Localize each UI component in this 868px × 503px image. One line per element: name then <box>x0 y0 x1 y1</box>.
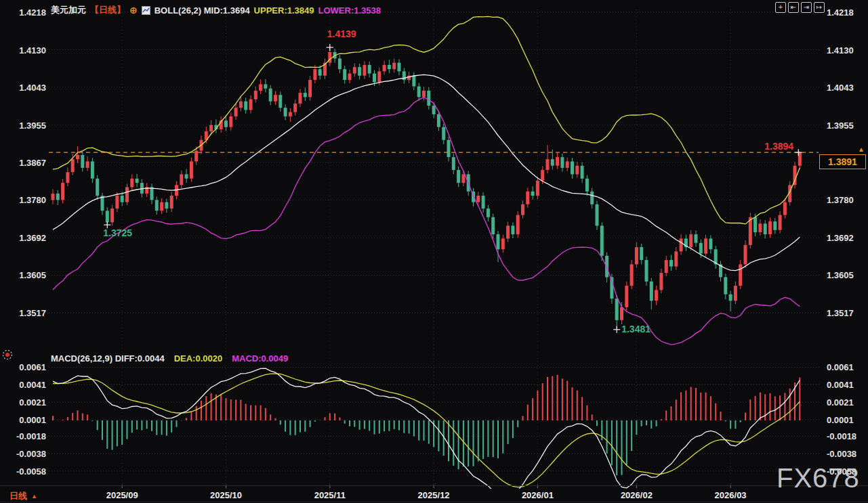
chevron-up-icon: ▲ <box>31 493 37 500</box>
macd-value-label: MACD:0.0049 <box>232 353 288 364</box>
date-label: 2025/10 <box>210 490 242 500</box>
scale-left-icon[interactable]: ⇤ <box>788 2 799 13</box>
date-label: 2026/02 <box>621 490 653 500</box>
chart-header: 美元加元 【日线】 ⊕ BOLL(26,2) MID:1.3694 UPPER:… <box>51 4 381 16</box>
symbol-name: 美元加元 <box>51 4 86 16</box>
interval-label: 【日线】 <box>90 4 125 16</box>
timeframe-selector[interactable]: 日线 ▲ <box>9 490 37 502</box>
scale-right-icon[interactable]: ⇥ <box>801 2 812 13</box>
live-indicator-icon <box>1 349 14 361</box>
macd-dea-label: DEA:0.0020 <box>174 353 223 364</box>
boll-lower-label: LOWER:1.3538 <box>318 5 381 16</box>
date-label: 2025/09 <box>106 490 138 500</box>
boll-mid-label: BOLL(26,2) MID:1.3694 <box>154 5 250 16</box>
crosshair-move-icon[interactable]: + <box>775 2 786 13</box>
peak-high-annotation: 1.4139 <box>327 28 356 39</box>
date-label: 2025/12 <box>418 490 450 500</box>
date-axis: 2025/092025/102025/112025/122026/012026/… <box>0 0 868 503</box>
last-price-value: 1.3891 <box>828 156 857 167</box>
trading-chart-app: 美元加元 【日线】 ⊕ BOLL(26,2) MID:1.3694 UPPER:… <box>0 0 868 503</box>
last-high-annotation: 1.3894 <box>764 141 793 152</box>
last-price-box: 1.3891 <box>819 154 866 169</box>
price-up-arrow-icon: ▲ <box>858 146 865 153</box>
chart-toolbar: +⇤⇥↦ <box>775 2 825 13</box>
detach-pane-icon[interactable]: ↦ <box>814 2 825 13</box>
boll-upper-label: UPPER:1.3849 <box>254 5 314 16</box>
add-indicator-icon[interactable]: ⊕ <box>129 5 138 16</box>
macd-header: MACD(26,12,9) DIFF:0.0044 DEA:0.0020 MAC… <box>51 353 288 364</box>
date-label: 2026/03 <box>715 490 747 500</box>
indicator-chart-icon <box>142 6 150 15</box>
date-label: 2026/01 <box>522 490 554 500</box>
timeframe-label: 日线 <box>9 490 27 502</box>
macd-diff-label: MACD(26,12,9) DIFF:0.0044 <box>51 353 165 364</box>
watermark: FX678 <box>777 463 860 494</box>
feb-low-annotation: 1.3481 <box>621 324 650 334</box>
sep-low-annotation: 1.3725 <box>103 227 132 238</box>
date-label: 2025/11 <box>314 490 346 500</box>
